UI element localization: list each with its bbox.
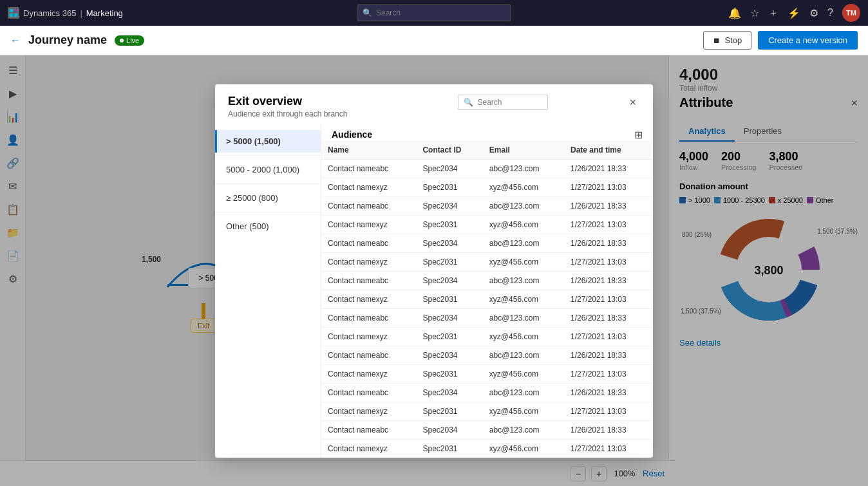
table-cell-contact_id: Spec2031 bbox=[416, 215, 482, 234]
modal-body: > 5000 (1,500) 5000 - 2000 (1,000) ≥ 250… bbox=[215, 125, 653, 458]
back-button[interactable]: ← bbox=[10, 35, 21, 46]
table-row[interactable]: Contact namexyzSpec2031xyz@456.com1/27/2… bbox=[321, 364, 653, 383]
list-item-5000-2000[interactable]: 5000 - 2000 (1,000) bbox=[215, 158, 321, 181]
table-row[interactable]: Contact nameabcSpec2034abc@123.com1/26/2… bbox=[321, 196, 653, 215]
table-row[interactable]: Contact namexyzSpec2031xyz@456.com1/27/2… bbox=[321, 178, 653, 196]
main-area: ☰ ▶ 📊 👤 🔗 ✉ 📋 📁 📄 ⚙ 1,500 > 5000 bbox=[0, 55, 868, 486]
col-header-name: Name bbox=[321, 141, 416, 160]
table-cell-date: 1/26/2021 18:33 bbox=[564, 420, 653, 439]
table-row[interactable]: Contact namexyzSpec2031xyz@456.com1/27/2… bbox=[321, 402, 653, 420]
table-row[interactable]: Contact namexyzSpec2031xyz@456.com1/27/2… bbox=[321, 215, 653, 234]
table-cell-date: 1/27/2021 13:03 bbox=[564, 215, 653, 234]
topbar: Dynamics 365 | Marketing 🔍 🔔 ☆ ＋ ⚡ ⚙ ? T… bbox=[0, 0, 868, 26]
table-cell-name: Contact namexyz bbox=[321, 327, 416, 346]
logo-icon bbox=[8, 7, 19, 19]
table-cell-contact_id: Spec2034 bbox=[416, 308, 482, 327]
table-cell-contact_id: Spec2031 bbox=[416, 364, 482, 383]
modal-search-input[interactable] bbox=[477, 98, 542, 107]
modal-search[interactable]: 🔍 bbox=[458, 95, 548, 110]
dynamics-label: Dynamics 365 bbox=[23, 8, 76, 18]
col-header-contact-id: Contact ID bbox=[416, 141, 482, 160]
table-cell-name: Contact namexyz bbox=[321, 364, 416, 383]
table-cell-date: 1/26/2021 18:33 bbox=[564, 271, 653, 290]
table-cell-date: 1/26/2021 18:33 bbox=[564, 159, 653, 178]
filter-icon[interactable]: ⚡ bbox=[788, 7, 800, 19]
table-row[interactable]: Contact namexyzSpec2031xyz@456.com1/27/2… bbox=[321, 439, 653, 458]
table-cell-contact_id: Spec2034 bbox=[416, 420, 482, 439]
list-divider-1 bbox=[215, 155, 321, 156]
list-item-gt5000[interactable]: > 5000 (1,500) bbox=[215, 130, 321, 153]
table-cell-date: 1/26/2021 18:33 bbox=[564, 234, 653, 252]
table-row[interactable]: Contact nameabcSpec2034abc@123.com1/26/2… bbox=[321, 308, 653, 327]
table-cell-date: 1/27/2021 13:03 bbox=[564, 178, 653, 196]
table-cell-contact_id: Spec2034 bbox=[416, 271, 482, 290]
user-avatar[interactable]: TM bbox=[842, 4, 860, 22]
page-title: Journey name bbox=[28, 33, 107, 47]
modal-subtitle: Audience exit through each branch bbox=[228, 109, 347, 118]
table-cell-date: 1/26/2021 18:33 bbox=[564, 383, 653, 402]
audience-title: Audience bbox=[332, 129, 372, 140]
notification-icon[interactable]: 🔔 bbox=[728, 7, 741, 19]
table-cell-date: 1/26/2021 18:33 bbox=[564, 346, 653, 364]
table-row[interactable]: Contact namexyzSpec2031xyz@456.com1/27/2… bbox=[321, 327, 653, 346]
table-cell-contact_id: Spec2034 bbox=[416, 234, 482, 252]
stop-button[interactable]: ⏹ Stop bbox=[703, 31, 751, 50]
table-cell-date: 1/27/2021 13:03 bbox=[564, 327, 653, 346]
modal-title: Exit overview bbox=[228, 95, 347, 108]
table-row[interactable]: Contact nameabcSpec2034abc@123.com1/26/2… bbox=[321, 234, 653, 252]
table-cell-contact_id: Spec2034 bbox=[416, 196, 482, 215]
table-row[interactable]: Contact nameabcSpec2034abc@123.com1/26/2… bbox=[321, 383, 653, 402]
table-cell-name: Contact nameabc bbox=[321, 420, 416, 439]
exit-overview-modal: Exit overview Audience exit through each… bbox=[215, 84, 653, 458]
table-cell-date: 1/26/2021 18:33 bbox=[564, 308, 653, 327]
table-row[interactable]: Contact namexyzSpec2031xyz@456.com1/27/2… bbox=[321, 252, 653, 271]
table-row[interactable]: Contact namexyzSpec2031xyz@456.com1/27/2… bbox=[321, 290, 653, 308]
list-item-other[interactable]: Other (500) bbox=[215, 215, 321, 238]
settings-icon[interactable]: ⚙ bbox=[809, 7, 818, 19]
favorites-icon[interactable]: ☆ bbox=[750, 7, 759, 19]
table-cell-date: 1/27/2021 13:03 bbox=[564, 252, 653, 271]
create-version-button[interactable]: Create a new version bbox=[758, 31, 858, 50]
table-cell-date: 1/27/2021 13:03 bbox=[564, 364, 653, 383]
app-logo: Dynamics 365 | Marketing bbox=[8, 7, 123, 19]
col-header-date: Date and time bbox=[564, 141, 653, 160]
table-cell-contact_id: Spec2034 bbox=[416, 346, 482, 364]
global-search[interactable]: 🔍 bbox=[357, 5, 511, 21]
table-cell-contact_id: Spec2031 bbox=[416, 327, 482, 346]
modal-close-button[interactable]: × bbox=[625, 95, 640, 111]
table-cell-email: xyz@456.com bbox=[483, 290, 564, 308]
table-cell-email: abc@123.com bbox=[483, 196, 564, 215]
search-input[interactable] bbox=[376, 8, 505, 17]
table-cell-contact_id: Spec2031 bbox=[416, 252, 482, 271]
audience-table: Name Contact ID Email Date and time Cont… bbox=[321, 141, 653, 458]
new-icon[interactable]: ＋ bbox=[768, 6, 778, 20]
table-cell-contact_id: Spec2031 bbox=[416, 290, 482, 308]
modal-table-wrap: Name Contact ID Email Date and time Cont… bbox=[321, 141, 653, 458]
modal-content-area: Audience ⊞ Name Contact ID Email Date an… bbox=[321, 125, 653, 458]
list-divider-2 bbox=[215, 183, 321, 184]
table-cell-name: Contact namexyz bbox=[321, 215, 416, 234]
table-row[interactable]: Contact nameabcSpec2034abc@123.com1/26/2… bbox=[321, 420, 653, 439]
col-header-email: Email bbox=[483, 141, 564, 160]
topbar-actions: 🔔 ☆ ＋ ⚡ ⚙ ? TM bbox=[728, 4, 860, 22]
table-cell-name: Contact nameabc bbox=[321, 234, 416, 252]
table-row[interactable]: Contact nameabcSpec2034abc@123.com1/26/2… bbox=[321, 271, 653, 290]
table-cell-email: abc@123.com bbox=[483, 308, 564, 327]
modal-branch-list: > 5000 (1,500) 5000 - 2000 (1,000) ≥ 250… bbox=[215, 125, 321, 458]
table-cell-email: xyz@456.com bbox=[483, 402, 564, 420]
help-icon[interactable]: ? bbox=[827, 7, 833, 19]
modal-header: Exit overview Audience exit through each… bbox=[215, 84, 653, 125]
table-row[interactable]: Contact nameabcSpec2034abc@123.com1/26/2… bbox=[321, 159, 653, 178]
modal-header-text: Exit overview Audience exit through each… bbox=[228, 95, 347, 118]
table-cell-email: abc@123.com bbox=[483, 159, 564, 178]
table-cell-name: Contact nameabc bbox=[321, 308, 416, 327]
svg-rect-2 bbox=[10, 14, 13, 17]
table-row[interactable]: Contact nameabcSpec2034abc@123.com1/26/2… bbox=[321, 346, 653, 364]
modal-overlay: Exit overview Audience exit through each… bbox=[0, 55, 868, 486]
table-cell-name: Contact namexyz bbox=[321, 178, 416, 196]
table-cell-name: Contact nameabc bbox=[321, 383, 416, 402]
table-header-row: Name Contact ID Email Date and time bbox=[321, 141, 653, 160]
table-cell-contact_id: Spec2031 bbox=[416, 402, 482, 420]
list-item-ge25000[interactable]: ≥ 25000 (800) bbox=[215, 187, 321, 209]
app-name-label: Marketing bbox=[86, 8, 123, 18]
